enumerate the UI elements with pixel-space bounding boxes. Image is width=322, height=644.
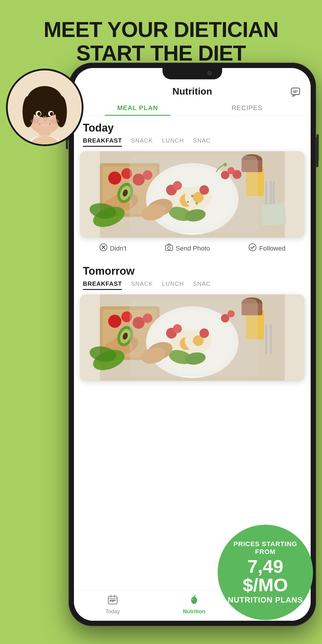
followed-button[interactable]: Followed xyxy=(248,243,285,254)
meal-tab-snack1-tomorrow[interactable]: SNACK xyxy=(131,280,153,290)
pricing-price: 7,49 $/MO xyxy=(224,557,307,594)
svg-point-66 xyxy=(168,247,171,250)
pricing-plan: NUTRITION PLANS xyxy=(228,595,303,605)
nav-today[interactable]: Today xyxy=(106,594,120,615)
tomorrow-meal-tabs: BREAKFAST SNACK LUNCH SNAC xyxy=(74,280,311,290)
nav-nutrition[interactable]: Nutrition xyxy=(183,594,205,615)
camera-icon xyxy=(165,243,173,254)
meal-tab-breakfast-tomorrow[interactable]: BREAKFAST xyxy=(83,280,122,290)
front-camera xyxy=(208,71,212,75)
main-tabs: MEAL PLAN RECIPES xyxy=(74,101,311,116)
today-food-card xyxy=(80,151,305,238)
tab-recipes[interactable]: RECIPES xyxy=(192,101,302,115)
tomorrow-food-card xyxy=(80,294,305,381)
phone-notch xyxy=(162,68,222,79)
pricing-badge: PRICES STARTING FROM 7,49 $/MO NUTRITION… xyxy=(218,525,313,620)
svg-point-11 xyxy=(37,112,41,116)
headline-line1: MEET YOUR DIETICIAN xyxy=(44,18,278,41)
app-title: Nutrition xyxy=(172,86,212,97)
svg-rect-98 xyxy=(270,324,272,354)
today-food-image xyxy=(80,151,305,238)
svg-point-12 xyxy=(50,112,53,116)
apple-icon xyxy=(189,594,199,607)
tomorrow-section-title: Tomorrow xyxy=(74,259,311,280)
tomorrow-food-image xyxy=(80,294,305,381)
meal-tab-lunch-tomorrow[interactable]: LUNCH xyxy=(162,280,184,290)
svg-point-13 xyxy=(30,119,39,123)
nav-today-label: Today xyxy=(106,609,120,615)
svg-rect-61 xyxy=(130,156,258,233)
followed-icon xyxy=(248,243,257,254)
nav-nutrition-label: Nutrition xyxy=(183,609,205,615)
svg-point-73 xyxy=(108,315,121,328)
meal-tab-lunch-today[interactable]: LUNCH xyxy=(162,137,184,147)
calendar-icon xyxy=(107,594,118,607)
didnt-label: Didn't xyxy=(110,245,127,252)
meal-tab-snack1-today[interactable]: SNACK xyxy=(131,137,153,147)
svg-rect-97 xyxy=(265,324,267,354)
pricing-from-text: PRICES STARTING FROM xyxy=(224,540,307,556)
svg-rect-103 xyxy=(130,299,258,376)
meal-tab-breakfast-today[interactable]: BREAKFAST xyxy=(83,137,122,147)
followed-label: Followed xyxy=(259,245,285,252)
power-button xyxy=(317,134,319,161)
chat-icon[interactable] xyxy=(289,86,302,98)
dietician-avatar xyxy=(6,69,83,146)
send-photo-button[interactable]: Send Photo xyxy=(165,243,210,254)
svg-point-14 xyxy=(50,119,59,123)
app-header: Nutrition xyxy=(74,81,311,97)
today-action-row: Didn't Send Photo xyxy=(74,238,311,259)
didnt-button[interactable]: Didn't xyxy=(99,243,127,254)
today-section-title: Today xyxy=(74,116,311,137)
svg-point-67 xyxy=(249,244,256,251)
screen-scroll[interactable]: Today BREAKFAST SNACK LUNCH SNAC xyxy=(74,116,311,590)
didnt-icon xyxy=(99,243,108,254)
svg-rect-54 xyxy=(261,203,287,226)
svg-point-23 xyxy=(108,172,121,185)
tab-meal-plan[interactable]: MEAL PLAN xyxy=(83,101,192,115)
svg-rect-8 xyxy=(27,99,62,107)
meal-tab-snack2-tomorrow[interactable]: SNAC xyxy=(193,280,211,290)
meal-tab-snack2-today[interactable]: SNAC xyxy=(193,137,211,147)
svg-point-111 xyxy=(192,599,193,600)
today-meal-tabs: BREAKFAST SNACK LUNCH SNAC xyxy=(74,137,311,147)
send-photo-label: Send Photo xyxy=(176,245,210,252)
